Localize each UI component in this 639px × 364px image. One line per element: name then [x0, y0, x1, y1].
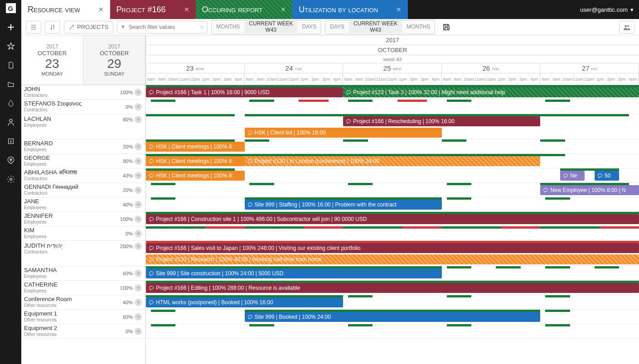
close-icon[interactable]: ✕ [396, 6, 402, 13]
timeline-row[interactable]: New Employee | 100% 8:00 | N [146, 183, 639, 197]
add-task-icon[interactable]: + [135, 143, 142, 150]
add-task-icon[interactable]: + [135, 230, 142, 237]
add-task-icon[interactable]: + [135, 158, 142, 165]
timeline-row[interactable]: HSK | Client meetings | 100% 8: [146, 139, 639, 154]
resource-row[interactable]: Conference RoomOther resources40%+ [21, 295, 145, 310]
resource-row[interactable]: JANEEmployees40%+ [21, 197, 145, 212]
comment-icon [597, 173, 603, 178]
task-bar[interactable]: Ne [560, 171, 585, 181]
close-icon[interactable]: ✕ [281, 6, 286, 13]
tab[interactable]: Project #166✕ [110, 0, 196, 19]
resource-row[interactable]: LACHLANEmployees80%+ [21, 114, 145, 139]
zoom-right[interactable]: DAYS CURRENT WEEKW43 MONTHS [325, 20, 435, 34]
projects-button[interactable]: PROJECTS [64, 21, 113, 34]
timeline-row[interactable] [146, 324, 639, 339]
add-task-icon[interactable]: + [135, 187, 142, 194]
resource-row[interactable]: JUDITH יְהוּדִיתContractors200%+ [21, 241, 145, 266]
timeline-row[interactable]: HSK | Client meetings | 100% 8:Ne50 [146, 168, 639, 183]
resource-row[interactable]: SAMANTHAEmployees60%+ [21, 266, 145, 281]
task-bar[interactable]: 50 [595, 171, 619, 181]
drop-icon[interactable] [5, 98, 16, 109]
add-icon[interactable] [5, 22, 16, 33]
zoom-left[interactable]: MONTHS CURRENT WEEKW43 DAYS [211, 20, 321, 34]
users-button[interactable] [619, 21, 634, 34]
add-task-icon[interactable]: + [135, 299, 142, 306]
timeline-row[interactable]: Project #166 | Editing | 100% 288:00 | R… [146, 281, 639, 295]
task-bar[interactable]: Project #130 | In London (conference) | … [245, 156, 541, 166]
timeline-row[interactable]: Project #166 | Task 1 | 100% 16:00 | 900… [146, 85, 639, 100]
resource-row[interactable]: Equipment 1Other resources60%+ [21, 310, 145, 324]
task-bar[interactable]: New Employee | 100% 8:00 | N [540, 185, 639, 195]
day-column: 26 thu8am9am10am11am12pm1pm2pm3pm4pm [442, 63, 541, 85]
file-icon[interactable] [5, 60, 16, 71]
person-icon[interactable] [5, 117, 16, 128]
resource-row[interactable]: GENNADI ГеннадийContractors20%+ [21, 183, 145, 197]
timeline-row[interactable]: Project #166 | Rescheduling | 100% 16:00… [146, 114, 639, 139]
export-icon[interactable] [5, 136, 16, 147]
close-icon[interactable]: ✕ [184, 6, 189, 13]
comment-icon [247, 158, 253, 164]
add-task-icon[interactable]: + [135, 116, 142, 123]
gear-icon[interactable] [5, 174, 16, 185]
task-bar[interactable]: HSK | Client meetings | 100% 8: [146, 142, 245, 152]
add-task-icon[interactable]: + [135, 243, 142, 250]
task-bar[interactable]: Site 999 | Staffing | 100% 16:00 | Probl… [245, 200, 442, 210]
tab[interactable]: Resource view✕ [21, 0, 110, 19]
resource-row[interactable]: BERNARDEmployees20%+ [21, 139, 145, 154]
resource-row[interactable]: KIMEmployees0%+ [21, 226, 145, 241]
task-bar[interactable]: HTML works (postponed) | Booked | 100% 1… [146, 297, 343, 307]
add-task-icon[interactable]: + [135, 216, 142, 223]
task-bar[interactable]: Project #130 | Research | 100% 40:00 | W… [146, 254, 639, 264]
add-task-icon[interactable]: + [135, 172, 142, 179]
timeline-row[interactable] [146, 100, 639, 114]
timeline-row[interactable]: HTML works (postponed) | Booked | 100% 1… [146, 295, 639, 310]
resource-row[interactable]: Equipment 2Other resources0%+ [21, 324, 145, 339]
task-bar[interactable]: Site 999 | Booked | 100% 24:00 [245, 312, 541, 322]
add-task-icon[interactable]: + [135, 284, 142, 292]
timeline-row[interactable]: Project #166 | Sales visit to Japan | 10… [146, 241, 639, 266]
user-menu[interactable]: user@ganttic.com▾ [575, 0, 639, 19]
task-bar[interactable]: Project #166 | Rescheduling | 100% 16:00 [343, 116, 540, 126]
tab[interactable]: Occuring report✕ [196, 0, 293, 19]
task-bar[interactable]: Site 999 | Site construction | 100% 24:0… [146, 268, 442, 278]
resource-row[interactable]: STEFANOS ΣτεφανοςContractors0%+ [21, 100, 145, 114]
task-bar[interactable]: Project #166 | Construction site 1 | 100… [146, 214, 639, 224]
task-bar[interactable]: Project #166 | Editing | 100% 288:00 | R… [146, 283, 639, 293]
add-task-icon[interactable]: + [135, 313, 142, 321]
add-task-icon[interactable]: + [135, 103, 142, 110]
task-bar[interactable]: Project #166 | Task 1 | 100% 16:00 | 900… [146, 87, 343, 97]
task-bar[interactable]: Project #166 | Sales visit to Japan | 10… [146, 243, 639, 253]
task-bar[interactable]: HSK | Client list | 100% 16:00 [245, 128, 442, 138]
resource-row[interactable]: JENNIFEREmployees100%+ [21, 212, 145, 226]
task-bar[interactable]: HSK | Client meetings | 100% 8: [146, 156, 245, 166]
list-button[interactable] [26, 21, 41, 34]
filter-search[interactable] [117, 21, 208, 34]
tab[interactable]: Utilization by location✕ [292, 0, 408, 19]
timeline-row[interactable]: HSK | Client meetings | 100% 8:Project #… [146, 154, 639, 168]
folder-icon[interactable] [5, 79, 16, 90]
add-task-icon[interactable]: + [135, 328, 142, 335]
task-bar[interactable]: Project #123 | Task 3 | 100% 32:00 | Mig… [343, 87, 639, 97]
task-bar[interactable]: HSK | Client meetings | 100% 8: [146, 171, 245, 181]
resource-row[interactable]: CATHERINEEmployees100%+ [21, 281, 145, 295]
timeline-row[interactable]: Site 999 | Booked | 100% 24:00 [146, 310, 639, 324]
help-icon[interactable]: ? [5, 155, 16, 166]
close-icon[interactable]: ✕ [98, 6, 104, 13]
timeline-row[interactable]: Project #166 | Construction site 1 | 100… [146, 212, 639, 226]
comment-icon [149, 271, 154, 276]
add-task-icon[interactable]: + [135, 201, 142, 208]
resource-row[interactable]: ABHILASHA अभिलाषाContractors43%+ [21, 168, 145, 183]
add-task-icon[interactable]: + [135, 89, 142, 96]
timeline-row[interactable] [146, 226, 639, 241]
save-button[interactable] [439, 21, 454, 34]
svg-point-6 [201, 26, 203, 28]
resource-row[interactable]: GEORGEEmployees80%+ [21, 154, 145, 168]
filter-input[interactable] [129, 24, 197, 30]
timeline-row[interactable]: Site 999 | Staffing | 100% 16:00 | Probl… [146, 197, 639, 212]
add-task-icon[interactable]: + [135, 270, 142, 277]
comment-icon [149, 300, 154, 305]
timeline-row[interactable]: Site 999 | Site construction | 100% 24:0… [146, 266, 639, 281]
resource-row[interactable]: JOHNContractors100%+ [21, 85, 145, 100]
star-icon[interactable] [5, 41, 16, 52]
sort-button[interactable] [45, 21, 60, 34]
